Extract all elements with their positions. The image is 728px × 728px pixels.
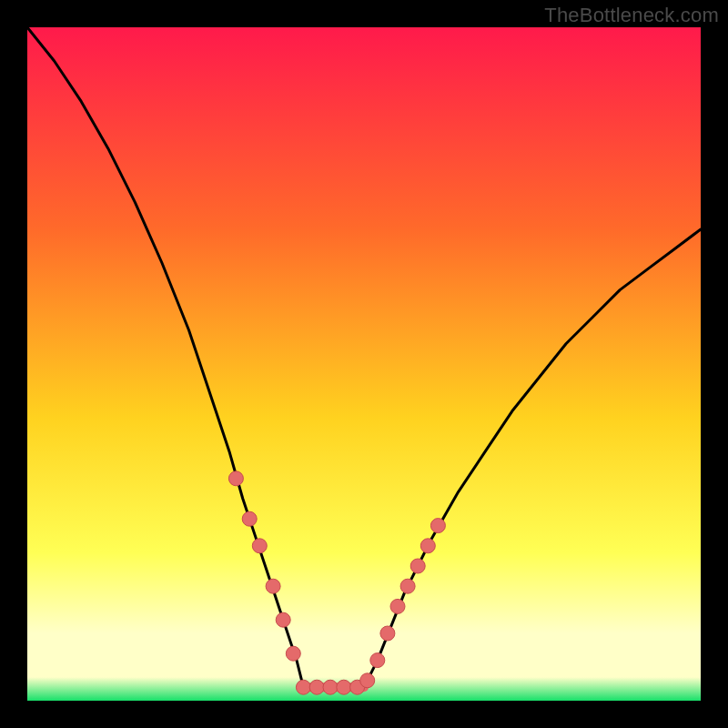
marker-dot [410,559,425,573]
marker-dot [420,539,435,553]
plot-area [27,27,701,701]
marker-dot [323,680,338,694]
marker-dot [380,626,395,641]
marker-dot [370,653,385,668]
marker-dot [242,511,257,526]
marker-dot [400,579,415,593]
chart-frame: TheBottleneck.com [0,0,728,728]
marker-dot [390,599,405,613]
marker-dot [286,646,300,661]
marker-dot [266,579,280,593]
marker-dot [430,519,445,533]
marker-dot [360,673,375,688]
marker-dot [252,539,267,553]
watermark-text: TheBottleneck.com [544,4,719,27]
marker-dot [228,471,243,486]
bottleneck-curve [27,27,701,687]
highlight-markers [228,471,445,694]
marker-dot [337,680,351,694]
marker-dot [309,680,324,694]
marker-dot [276,612,290,627]
curve-layer [27,27,701,701]
marker-dot [296,680,310,694]
